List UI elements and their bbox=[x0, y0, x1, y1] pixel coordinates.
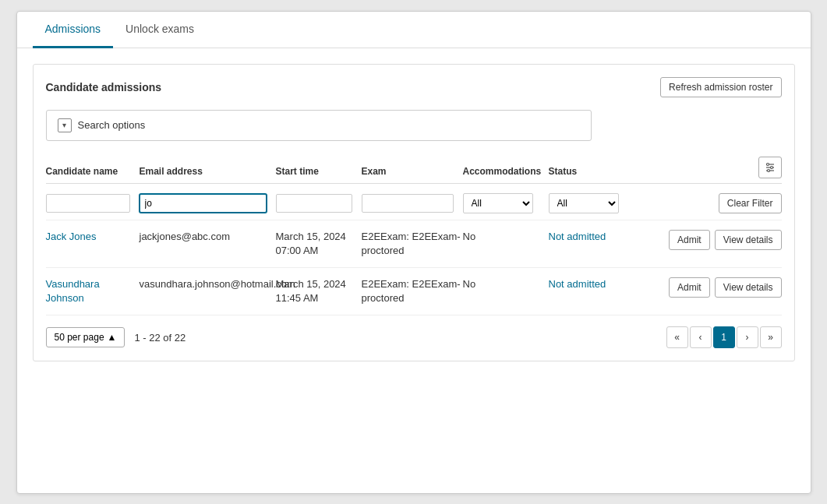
candidate-start-0: March 15, 2024 07:00 AM bbox=[276, 230, 362, 258]
filter-email-cell bbox=[140, 194, 276, 213]
section-box: Candidate admissions Refresh admission r… bbox=[33, 64, 795, 362]
col-header-start-time: Start time bbox=[276, 166, 362, 178]
table-header-row: Candidate name Email address Start time … bbox=[46, 157, 782, 184]
per-page-label: 50 per page bbox=[55, 332, 104, 343]
filter-exam-input[interactable] bbox=[362, 194, 454, 213]
tabs-container: Admissions Unlock exams bbox=[17, 12, 811, 48]
candidate-name-0: Jack Jones bbox=[46, 230, 140, 244]
svg-point-4 bbox=[770, 166, 772, 168]
table-row: Jack Jones jackjones@abc.com March 15, 2… bbox=[46, 220, 782, 268]
view-details-button-1[interactable]: View details bbox=[715, 277, 782, 298]
filter-actions-cell: Clear Filter bbox=[634, 193, 782, 213]
tab-unlock-exams[interactable]: Unlock exams bbox=[113, 12, 207, 48]
candidate-name-1: Vasundhara Johnson bbox=[46, 277, 140, 305]
candidate-actions-0: Admit View details bbox=[634, 230, 782, 250]
candidate-link-1[interactable]: Vasundhara Johnson bbox=[46, 278, 100, 304]
clear-filter-button[interactable]: Clear Filter bbox=[719, 193, 782, 213]
filter-candidate-cell bbox=[46, 194, 140, 213]
col-header-candidate: Candidate name bbox=[46, 166, 140, 178]
candidate-accommodations-1: No bbox=[463, 277, 549, 291]
col-header-accommodations: Accommodations bbox=[463, 166, 549, 178]
pagination-row: 50 per page ▲ 1 - 22 of 22 « ‹ 1 › » bbox=[46, 326, 782, 348]
table-container: Candidate name Email address Start time … bbox=[46, 157, 782, 316]
view-details-button-0[interactable]: View details bbox=[715, 230, 782, 250]
candidate-exam-0: E2EExam: E2EExam-proctored bbox=[362, 230, 463, 258]
candidate-exam-1: E2EExam: E2EExam-proctored bbox=[362, 277, 463, 305]
filter-accommodations-cell: All Yes No bbox=[463, 193, 549, 213]
refresh-button[interactable]: Refresh admission roster bbox=[660, 77, 781, 97]
main-container: Admissions Unlock exams Candidate admiss… bbox=[16, 11, 811, 494]
candidate-link-0[interactable]: Jack Jones bbox=[46, 231, 97, 242]
per-page-button[interactable]: 50 per page ▲ bbox=[46, 327, 125, 347]
search-options-bar[interactable]: ▾ Search options bbox=[46, 110, 592, 141]
svg-point-5 bbox=[767, 169, 769, 171]
admit-button-1[interactable]: Admit bbox=[669, 277, 710, 298]
column-settings-icon[interactable] bbox=[758, 157, 782, 178]
filter-status-cell: All Admitted Not admitted bbox=[549, 193, 634, 213]
chevron-down-icon: ▾ bbox=[58, 118, 72, 132]
actions-cell-0: Admit View details bbox=[669, 230, 782, 250]
candidate-email-0: jackjones@abc.com bbox=[140, 230, 276, 244]
section-title: Candidate admissions bbox=[46, 81, 162, 93]
filter-status-select[interactable]: All Admitted Not admitted bbox=[549, 193, 619, 213]
filter-accommodations-select[interactable]: All Yes No bbox=[463, 193, 533, 213]
page-last-button[interactable]: » bbox=[760, 326, 782, 348]
page-1-button[interactable]: 1 bbox=[713, 326, 735, 348]
filter-email-input[interactable] bbox=[140, 194, 267, 213]
col-header-email: Email address bbox=[140, 166, 276, 178]
filter-start-cell bbox=[276, 194, 362, 213]
pagination-controls: « ‹ 1 › » bbox=[666, 326, 782, 348]
actions-cell-1: Admit View details bbox=[669, 277, 782, 298]
svg-point-3 bbox=[766, 163, 769, 165]
candidate-email-1: vasundhara.johnson@hotmail.com bbox=[140, 277, 276, 291]
table-row: Vasundhara Johnson vasundhara.johnson@ho… bbox=[46, 268, 782, 315]
candidate-accommodations-0: No bbox=[463, 230, 549, 244]
candidate-start-1: March 15, 2024 11:45 AM bbox=[276, 277, 362, 305]
candidate-status-1: Not admitted bbox=[549, 277, 634, 291]
filter-exam-cell bbox=[362, 194, 463, 213]
page-info: 1 - 22 of 22 bbox=[134, 332, 186, 344]
pagination-left: 50 per page ▲ 1 - 22 of 22 bbox=[46, 327, 186, 347]
candidate-status-0: Not admitted bbox=[549, 230, 634, 244]
col-header-status: Status bbox=[549, 166, 634, 178]
per-page-arrow-icon: ▲ bbox=[108, 332, 117, 343]
page-first-button[interactable]: « bbox=[666, 326, 688, 348]
filter-candidate-input[interactable] bbox=[46, 194, 130, 213]
candidate-actions-1: Admit View details bbox=[634, 277, 782, 298]
col-header-exam: Exam bbox=[362, 166, 463, 178]
admit-button-0[interactable]: Admit bbox=[669, 230, 710, 250]
main-content: Candidate admissions Refresh admission r… bbox=[17, 48, 811, 378]
page-next-button[interactable]: › bbox=[737, 326, 758, 348]
filter-row: All Yes No All Admitted Not admitted bbox=[46, 187, 782, 220]
tab-admissions[interactable]: Admissions bbox=[33, 12, 114, 48]
col-header-actions bbox=[634, 157, 782, 178]
search-options-label: Search options bbox=[78, 119, 146, 131]
section-header: Candidate admissions Refresh admission r… bbox=[46, 77, 782, 97]
filter-start-input[interactable] bbox=[276, 194, 352, 213]
page-prev-button[interactable]: ‹ bbox=[690, 326, 712, 348]
